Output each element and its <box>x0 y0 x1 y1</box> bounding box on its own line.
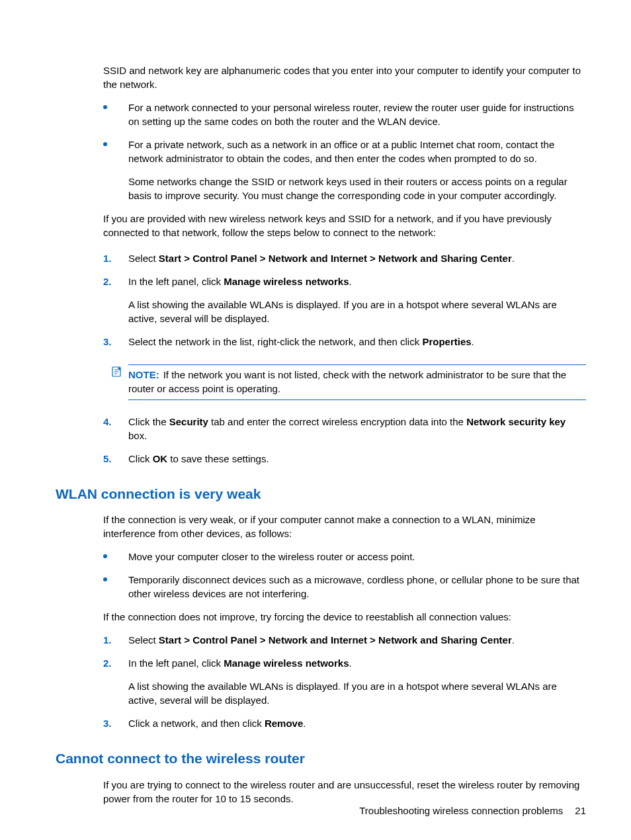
step-text: box. <box>128 430 147 441</box>
bullet-text: Move your computer closer to the wireles… <box>128 551 415 562</box>
note-text: If the network you want is not listed, c… <box>128 369 566 394</box>
paragraph: If the connection is very weak, or if yo… <box>103 513 586 540</box>
step-bold: Remove <box>265 718 303 729</box>
steps-list-1-cont: 4. Click the Security tab and enter the … <box>103 415 586 466</box>
step-item: 3. Select the network in the list, right… <box>103 335 586 349</box>
step-text: . <box>303 718 306 729</box>
step-text: . <box>349 276 352 287</box>
step-number: 2. <box>103 656 112 670</box>
step-bold: Start > Control Panel > Network and Inte… <box>159 634 512 646</box>
list-item: For a network connected to your personal… <box>103 101 586 128</box>
step-number: 1. <box>103 633 112 647</box>
note-label: NOTE: <box>128 369 159 380</box>
bullet-text: For a network connected to your personal… <box>128 102 574 127</box>
note-callout: NOTE:If the network you want is not list… <box>103 360 586 405</box>
step-number: 3. <box>103 335 112 349</box>
step-number: 4. <box>103 415 112 429</box>
step-text: In the left panel, click <box>128 276 224 287</box>
bullet-text: Temporarily disconnect devices such as a… <box>128 574 579 599</box>
step-text: Click the <box>128 416 169 427</box>
list-item: Temporarily disconnect devices such as a… <box>103 573 586 601</box>
step-number: 2. <box>103 274 112 288</box>
step-text: . <box>512 253 515 264</box>
page-footer: Troubleshooting wireless connection prob… <box>359 804 586 818</box>
list-item: For a private network, such as a network… <box>103 138 586 202</box>
paragraph: If you are trying to connect to the wire… <box>103 778 586 806</box>
page-number: 21 <box>575 805 586 816</box>
step-text: . <box>472 336 474 347</box>
paragraph-ssid: SSID and network key are alphanumeric co… <box>103 63 586 91</box>
step-text: Select <box>128 253 159 264</box>
step-item: 5. Click OK to save these settings. <box>103 452 586 466</box>
step-text: In the left panel, click <box>128 657 224 669</box>
step-text: Select the network in the list, right-cl… <box>128 336 422 347</box>
step-number: 5. <box>103 452 112 466</box>
step-item: 1. Select Start > Control Panel > Networ… <box>103 251 586 265</box>
step-number: 1. <box>103 251 112 265</box>
note-body: NOTE:If the network you want is not list… <box>128 364 586 400</box>
bullet-subtext: Some networks change the SSID or network… <box>128 175 586 202</box>
note-icon <box>111 366 123 381</box>
intro-block: SSID and network key are alphanumeric co… <box>103 63 586 466</box>
heading-weak-connection: WLAN connection is very weak <box>56 484 586 503</box>
step-text: . <box>512 634 515 646</box>
paragraph-provided: If you are provided with new wireless ne… <box>103 212 586 239</box>
intro-bullet-list: For a network connected to your personal… <box>103 101 586 202</box>
step-item: 3. Click a network, and then click Remov… <box>103 716 586 730</box>
step-text: Click a network, and then click <box>128 718 265 729</box>
bullet-text: For a private network, such as a network… <box>128 139 554 164</box>
step-item: 2. In the left panel, click Manage wirel… <box>103 274 586 325</box>
weak-block: If the connection is very weak, or if yo… <box>103 513 586 730</box>
weak-bullet-list: Move your computer closer to the wireles… <box>103 550 586 601</box>
step-item: 4. Click the Security tab and enter the … <box>103 415 586 442</box>
step-item: 1. Select Start > Control Panel > Networ… <box>103 633 586 647</box>
step-text: to save these settings. <box>167 453 269 464</box>
step-text: Select <box>128 634 159 646</box>
step-text: Click <box>128 453 153 464</box>
list-item: Move your computer closer to the wireles… <box>103 550 586 564</box>
step-bold: Manage wireless networks <box>224 276 349 287</box>
heading-cannot-connect: Cannot connect to the wireless router <box>56 749 586 768</box>
step-bold: Properties <box>422 336 471 347</box>
step-bold: Network security key <box>466 416 566 427</box>
footer-title: Troubleshooting wireless connection prob… <box>359 805 563 816</box>
step-number: 3. <box>103 716 112 730</box>
step-subtext: A list showing the available WLANs is di… <box>128 679 586 707</box>
step-bold: Security <box>169 416 208 427</box>
steps-list-2: 1. Select Start > Control Panel > Networ… <box>103 633 586 730</box>
steps-list-1: 1. Select Start > Control Panel > Networ… <box>103 251 586 349</box>
step-item: 2. In the left panel, click Manage wirel… <box>103 656 586 707</box>
router-block: If you are trying to connect to the wire… <box>103 778 586 806</box>
paragraph: If the connection does not improve, try … <box>103 610 586 624</box>
document-page: SSID and network key are alphanumeric co… <box>0 0 631 840</box>
step-text: tab and enter the correct wireless encry… <box>208 416 466 427</box>
step-bold: Start > Control Panel > Network and Inte… <box>159 253 512 264</box>
step-subtext: A list showing the available WLANs is di… <box>128 298 586 325</box>
step-bold: OK <box>153 453 168 464</box>
step-bold: Manage wireless networks <box>224 657 349 669</box>
step-text: . <box>349 657 352 669</box>
